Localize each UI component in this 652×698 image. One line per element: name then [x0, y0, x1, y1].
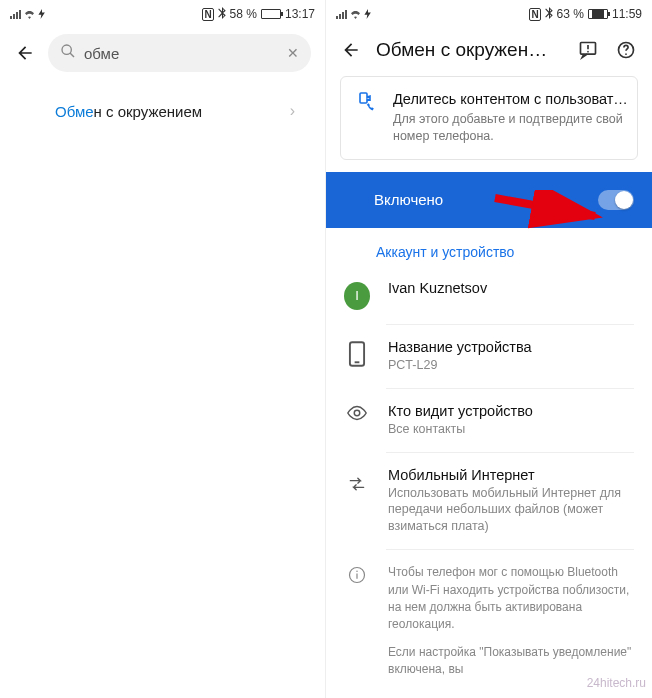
phone-screen-search: N 58 % 13:17 обме ✕ — [0, 0, 326, 698]
page-title: Обмен с окружен… — [376, 39, 562, 61]
visibility-row[interactable]: Кто видит устройство Все контакты — [326, 389, 652, 452]
svg-point-12 — [356, 571, 358, 573]
data-transfer-icon — [344, 467, 370, 493]
svg-point-9 — [354, 410, 360, 416]
eye-icon — [344, 403, 370, 421]
battery-icon — [261, 9, 281, 19]
nfc-icon: N — [529, 8, 540, 21]
svg-line-1 — [70, 53, 74, 57]
back-button[interactable] — [14, 42, 36, 64]
row-sub: Все контакты — [388, 421, 634, 438]
clear-search-icon[interactable]: ✕ — [287, 45, 299, 61]
avatar: I — [344, 282, 370, 310]
info-note: Чтобы телефон мог с помощью Bluetooth ил… — [326, 550, 652, 692]
charge-icon — [38, 9, 46, 19]
battery-percent: 63 % — [557, 7, 584, 21]
section-account-device: Аккаунт и устройство — [326, 228, 652, 266]
wifi-icon — [349, 9, 362, 19]
card-subtitle: Для этого добавьте и подтвердите свой но… — [393, 111, 628, 145]
wifi-icon — [23, 9, 36, 19]
charge-icon — [364, 9, 372, 19]
status-bar: N 63 % 11:59 — [326, 0, 652, 24]
device-name-row[interactable]: Название устройства PCT-L29 — [326, 325, 652, 388]
signal-icon — [336, 9, 347, 19]
status-bar: N 58 % 13:17 — [0, 0, 325, 24]
nfc-icon: N — [202, 8, 213, 21]
watermark: 24hitech.ru — [587, 676, 646, 690]
smartphone-icon — [344, 339, 370, 367]
bluetooth-icon — [218, 7, 226, 22]
row-sub: Использовать мобильный Интернет для пере… — [388, 485, 634, 536]
signal-icon — [10, 9, 21, 19]
row-sub: PCT-L29 — [388, 357, 634, 374]
battery-percent: 58 % — [230, 7, 257, 21]
enabled-toggle-row: Включено — [326, 172, 652, 228]
account-row[interactable]: I Ivan Kuznetsov — [326, 266, 652, 324]
row-title: Кто видит устройство — [388, 403, 634, 419]
search-input[interactable]: обме ✕ — [48, 34, 311, 72]
info-icon — [344, 564, 370, 678]
feedback-icon[interactable] — [576, 38, 600, 62]
page-header: Обмен с окружен… — [326, 24, 652, 76]
svg-point-6 — [625, 53, 627, 55]
result-label: Обмен с окружением — [55, 103, 202, 120]
row-title: Название устройства — [388, 339, 634, 355]
toggle-label: Включено — [344, 191, 443, 208]
chevron-right-icon: › — [290, 102, 295, 120]
info-p1: Чтобы телефон мог с помощью Bluetooth ил… — [388, 564, 634, 634]
info-p2: Если настройка "Показывать уведомление" … — [388, 644, 634, 679]
clock: 13:17 — [285, 7, 315, 21]
phone-share-icon — [355, 91, 379, 145]
account-name: Ivan Kuznetsov — [388, 280, 634, 296]
svg-point-0 — [62, 45, 71, 54]
row-title: Мобильный Интернет — [388, 467, 634, 483]
svg-point-4 — [587, 51, 589, 53]
battery-icon — [588, 9, 608, 19]
help-icon[interactable] — [614, 38, 638, 62]
enabled-switch[interactable] — [598, 190, 634, 210]
clock: 11:59 — [612, 7, 642, 21]
phone-screen-settings: N 63 % 11:59 Обмен с окружен… — [326, 0, 652, 698]
search-icon — [60, 43, 76, 63]
card-title: Делитесь контентом с пользоват… — [393, 91, 628, 107]
search-result-item[interactable]: Обмен с окружением › — [0, 82, 325, 140]
search-query-text: обме — [84, 45, 279, 62]
verify-phone-card[interactable]: Делитесь контентом с пользоват… Для этог… — [340, 76, 638, 160]
back-button[interactable] — [340, 39, 362, 61]
bluetooth-icon — [545, 7, 553, 22]
search-header: обме ✕ — [0, 24, 325, 82]
mobile-data-row[interactable]: Мобильный Интернет Использовать мобильны… — [326, 453, 652, 550]
